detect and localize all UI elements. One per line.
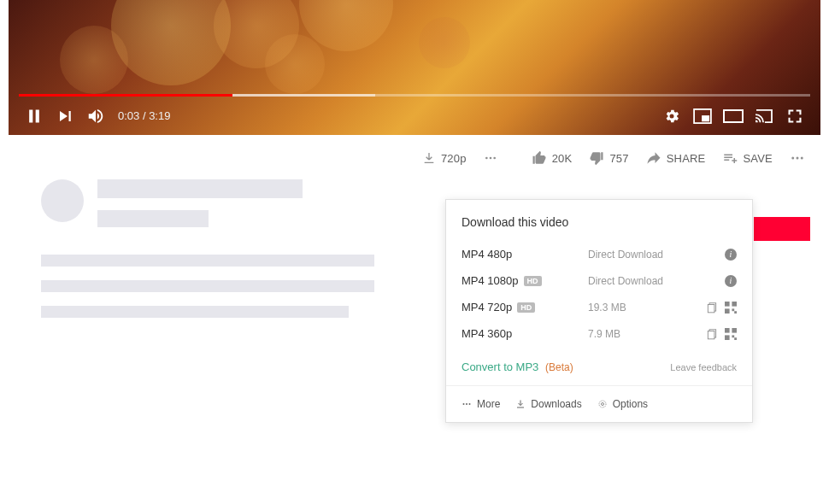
- copy-icon[interactable]: [706, 328, 718, 340]
- qr-icon[interactable]: [725, 328, 737, 340]
- svg-rect-15: [725, 308, 730, 314]
- title-placeholder: [97, 179, 303, 198]
- channel-avatar-placeholder: [41, 179, 84, 222]
- miniplayer-icon: [693, 108, 712, 124]
- format-label: MP4 480p: [462, 248, 512, 261]
- thumbs-up-icon: [532, 150, 547, 166]
- feedback-link[interactable]: Leave feedback: [670, 362, 737, 372]
- options-label: Options: [613, 398, 648, 410]
- ellipsis-icon: [462, 399, 472, 409]
- player-controls: 0:03 / 3:19: [9, 97, 820, 135]
- svg-rect-12: [708, 304, 714, 312]
- share-icon: [646, 150, 661, 166]
- share-label: SHARE: [667, 152, 706, 165]
- svg-point-28: [601, 403, 603, 406]
- subtitle-placeholder: [97, 210, 209, 227]
- cast-icon: [755, 108, 773, 124]
- dislike-count: 757: [609, 152, 628, 165]
- convert-row: Convert to MP3 (Beta) Leave feedback: [446, 347, 752, 385]
- dropdown-footer: More Downloads Options: [446, 385, 752, 422]
- svg-rect-3: [702, 115, 709, 121]
- svg-point-29: [599, 401, 606, 407]
- cast-button[interactable]: [749, 101, 779, 132]
- save-button[interactable]: SAVE: [717, 147, 778, 169]
- dropdown-title: Download this video: [446, 200, 752, 241]
- video-actions: 720p 20K 757 SHARE SAVE: [0, 135, 829, 176]
- svg-rect-21: [732, 328, 737, 333]
- hd-badge: HD: [517, 302, 535, 313]
- svg-rect-19: [708, 331, 714, 338]
- playlist-add-icon: [722, 150, 738, 166]
- more-quality-button[interactable]: [479, 148, 503, 168]
- gear-icon: [663, 108, 680, 125]
- svg-rect-20: [725, 328, 730, 333]
- svg-rect-17: [734, 311, 737, 314]
- downloads-button[interactable]: Downloads: [515, 398, 581, 410]
- miniplayer-button[interactable]: [687, 101, 718, 132]
- next-icon: [57, 108, 73, 124]
- dislike-button[interactable]: 757: [584, 147, 633, 169]
- svg-rect-1: [36, 109, 39, 122]
- video-player[interactable]: 0:03 / 3:19: [9, 0, 820, 135]
- svg-rect-16: [732, 308, 734, 311]
- info-icon[interactable]: i: [725, 249, 737, 261]
- format-size: 7.9 MB: [588, 328, 699, 340]
- format-label: MP4 1080p: [462, 274, 519, 287]
- hd-badge: HD: [524, 276, 542, 286]
- format-info: Direct Download: [588, 275, 718, 287]
- format-size: 19.3 MB: [588, 302, 699, 314]
- volume-button[interactable]: [80, 101, 111, 132]
- svg-point-25: [463, 403, 465, 405]
- ellipsis-icon: [484, 151, 497, 165]
- subscribe-button[interactable]: [754, 217, 810, 241]
- quality-label: 720p: [441, 152, 467, 165]
- download-option-360p[interactable]: MP4 360p 7.9 MB: [446, 320, 752, 347]
- next-button[interactable]: [50, 101, 80, 132]
- svg-rect-4: [724, 110, 743, 122]
- svg-point-27: [469, 403, 471, 405]
- download-quality-button[interactable]: 720p: [417, 148, 472, 168]
- download-option-480p[interactable]: MP4 480p Direct Download i: [446, 241, 752, 267]
- svg-point-8: [791, 157, 794, 160]
- ellipsis-icon: [790, 150, 805, 166]
- svg-point-7: [493, 157, 496, 160]
- theater-icon: [723, 109, 744, 123]
- copy-icon[interactable]: [706, 302, 718, 314]
- save-label: SAVE: [743, 152, 773, 165]
- time-display: 0:03 / 3:19: [118, 109, 170, 122]
- options-button[interactable]: Options: [597, 398, 648, 410]
- gear-icon: [597, 399, 608, 409]
- fullscreen-button[interactable]: [779, 101, 810, 132]
- convert-mp3-link[interactable]: Convert to MP3: [462, 360, 538, 373]
- svg-rect-14: [732, 302, 737, 307]
- like-count: 20K: [552, 152, 573, 165]
- share-button[interactable]: SHARE: [641, 147, 711, 169]
- downloads-label: Downloads: [531, 398, 581, 410]
- theater-button[interactable]: [718, 101, 749, 132]
- format-label: MP4 720p: [462, 301, 512, 314]
- svg-point-5: [485, 157, 488, 160]
- svg-point-10: [801, 157, 803, 160]
- download-icon: [422, 151, 436, 165]
- volume-icon: [86, 107, 105, 126]
- desc-line-placeholder: [41, 255, 374, 267]
- svg-point-26: [466, 403, 467, 405]
- more-button[interactable]: More: [462, 398, 500, 410]
- qr-icon[interactable]: [725, 302, 737, 314]
- desc-line-placeholder: [41, 306, 349, 318]
- pause-button[interactable]: [19, 101, 50, 132]
- settings-button[interactable]: [656, 101, 687, 132]
- download-dropdown: Download this video MP4 480p Direct Down…: [445, 199, 753, 423]
- info-icon[interactable]: i: [725, 275, 737, 287]
- svg-rect-24: [734, 337, 737, 340]
- download-option-1080p[interactable]: MP4 1080p HD Direct Download i: [446, 267, 752, 294]
- desc-line-placeholder: [41, 280, 374, 292]
- format-info: Direct Download: [588, 249, 718, 261]
- svg-rect-0: [29, 109, 32, 122]
- beta-label: (Beta): [545, 361, 573, 373]
- svg-point-6: [489, 157, 491, 160]
- like-button[interactable]: 20K: [526, 147, 578, 169]
- fullscreen-icon: [786, 108, 803, 125]
- more-actions-button[interactable]: [785, 147, 810, 169]
- download-option-720p[interactable]: MP4 720p HD 19.3 MB: [446, 294, 752, 320]
